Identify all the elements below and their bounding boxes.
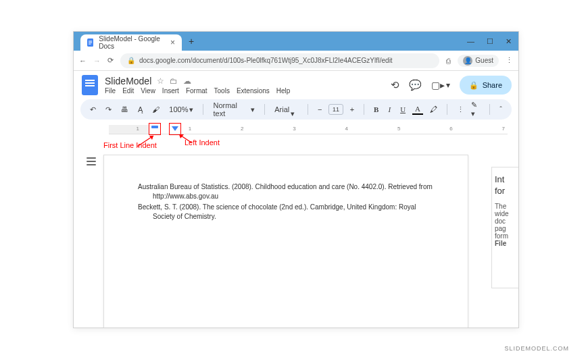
svg-rect-1 xyxy=(89,41,92,41)
sidepanel-text-bold: File xyxy=(495,240,516,247)
cloud-status-icon[interactable]: ☁ xyxy=(183,76,191,86)
lock-share-icon: 🔒 xyxy=(469,81,479,90)
text-color-button[interactable]: A xyxy=(412,104,423,115)
share-label: Share xyxy=(483,81,502,89)
zoom-select[interactable]: 100% ▾ xyxy=(166,104,196,115)
paragraph-style-select[interactable]: Normal text ▾ xyxy=(210,100,258,119)
reload-icon[interactable]: ⟳ xyxy=(107,56,114,65)
toolbar-more-icon[interactable]: ⋮ xyxy=(454,104,467,115)
font-size-decrease[interactable]: − xyxy=(315,104,324,115)
underline-button[interactable]: U xyxy=(397,104,408,115)
menu-extensions[interactable]: Extensions xyxy=(237,87,270,95)
document-title[interactable]: SlideModel xyxy=(105,76,151,86)
browser-window: SlideModel - Google Docs × + — ☐ ✕ ← → ⟳… xyxy=(73,31,519,328)
docs-favicon-icon xyxy=(87,38,93,47)
lock-icon: 🔒 xyxy=(127,57,135,64)
svg-marker-7 xyxy=(179,134,184,138)
title-block: SlideModel ☆ 🗀 ☁ File Edit View Insert F… xyxy=(105,76,290,95)
reference-entry: Beckett, S. T. (2008). The science of ch… xyxy=(138,203,434,222)
maximize-icon[interactable]: ☐ xyxy=(487,37,493,46)
editing-mode-dropdown[interactable]: ✎ ▾ xyxy=(471,101,483,118)
ruler-area: 1 1 2 3 4 5 6 7 First Line Indent Le xyxy=(84,122,508,136)
meet-dropdown[interactable]: ▢▸▾ xyxy=(431,80,450,90)
tab-title: SlideModel - Google Docs xyxy=(99,35,165,50)
close-tab-icon[interactable]: × xyxy=(170,38,175,47)
docs-toolbar: ↶ ↷ 🖶 Ą 🖌 100% ▾ Normal text ▾ Arial ▾ −… xyxy=(80,99,512,120)
sidepanel-text: wide xyxy=(495,210,516,217)
browser-menu-icon[interactable]: ⋮ xyxy=(506,56,513,65)
menu-view[interactable]: View xyxy=(141,87,155,95)
url-text: docs.google.com/document/d/100s-Ple0lfkq… xyxy=(139,57,393,64)
install-app-icon[interactable]: ⎙ xyxy=(446,57,451,65)
document-page[interactable]: Australian Bureau of Statistics. (2008).… xyxy=(103,155,468,328)
italic-button[interactable]: I xyxy=(385,104,393,115)
first-line-indent-marker[interactable] xyxy=(149,123,161,135)
sidepanel-text: form xyxy=(495,232,516,240)
docs-header: SlideModel ☆ 🗀 ☁ File Edit View Insert F… xyxy=(74,71,518,97)
svg-rect-2 xyxy=(89,43,92,43)
minimize-icon[interactable]: — xyxy=(467,37,474,46)
close-icon[interactable]: ✕ xyxy=(506,37,512,46)
browser-urlbar: ← → ⟳ 🔒 docs.google.com/document/d/100s-… xyxy=(74,51,518,71)
address-bar[interactable]: 🔒 docs.google.com/document/d/100s-Ple0lf… xyxy=(120,53,439,68)
menu-tools[interactable]: Tools xyxy=(214,87,230,95)
menu-insert[interactable]: Insert xyxy=(162,87,179,95)
guest-label: Guest xyxy=(475,57,493,64)
svg-rect-3 xyxy=(89,44,91,45)
profile-chip[interactable]: 👤 Guest xyxy=(458,55,499,67)
menu-bar: File Edit View Insert Format Tools Exten… xyxy=(105,87,290,95)
font-size-input[interactable]: 11 xyxy=(328,104,343,115)
window-controls: — ☐ ✕ xyxy=(467,37,512,46)
share-button[interactable]: 🔒 Share xyxy=(460,76,512,95)
browser-tab[interactable]: SlideModel - Google Docs × xyxy=(80,34,182,51)
nav-forward-icon[interactable]: → xyxy=(93,57,101,65)
watermark: SLIDEMODEL.COM xyxy=(504,345,569,352)
highlight-button[interactable]: 🖍 xyxy=(427,104,440,115)
sidepanel-heading: Int xyxy=(495,174,516,184)
menu-help[interactable]: Help xyxy=(276,87,291,95)
reference-entry: Australian Bureau of Statistics. (2008).… xyxy=(138,182,434,201)
sidepanel-text: pag xyxy=(495,225,516,232)
spellcheck-icon[interactable]: Ą xyxy=(135,104,145,115)
menu-format[interactable]: Format xyxy=(186,87,207,95)
menu-file[interactable]: File xyxy=(105,87,116,95)
font-select[interactable]: Arial ▾ xyxy=(272,100,301,120)
sidepanel-heading: for xyxy=(495,186,516,196)
star-icon[interactable]: ☆ xyxy=(157,76,164,86)
paint-format-icon[interactable]: 🖌 xyxy=(149,104,162,115)
annotation-left-indent: Left Indent xyxy=(185,138,220,147)
sidepanel-text: The xyxy=(495,203,516,210)
font-size-increase[interactable]: + xyxy=(347,104,357,115)
side-info-panel: Int for The wide doc pag form File xyxy=(491,167,518,288)
print-icon[interactable]: 🖶 xyxy=(118,104,131,115)
docs-logo-icon[interactable] xyxy=(82,75,98,95)
annotation-first-line-indent: First Line Indent xyxy=(103,141,157,149)
move-folder-icon[interactable]: 🗀 xyxy=(170,76,178,86)
comments-icon[interactable]: 💬 xyxy=(409,79,422,91)
editor-area: Australian Bureau of Statistics. (2008).… xyxy=(84,155,518,328)
collapse-toolbar-icon[interactable]: ˆ xyxy=(497,104,505,115)
new-tab-button[interactable]: + xyxy=(189,36,194,47)
nav-back-icon[interactable]: ← xyxy=(79,57,87,65)
redo-icon[interactable]: ↷ xyxy=(103,104,114,115)
history-icon[interactable]: ⟲ xyxy=(391,79,399,91)
avatar-icon: 👤 xyxy=(463,56,472,66)
menu-edit[interactable]: Edit xyxy=(122,87,134,95)
sidepanel-text: doc xyxy=(495,217,516,225)
browser-titlebar: SlideModel - Google Docs × + — ☐ ✕ xyxy=(74,32,518,51)
undo-icon[interactable]: ↶ xyxy=(87,104,99,115)
bold-button[interactable]: B xyxy=(371,104,381,115)
outline-toggle-icon[interactable] xyxy=(84,155,98,168)
